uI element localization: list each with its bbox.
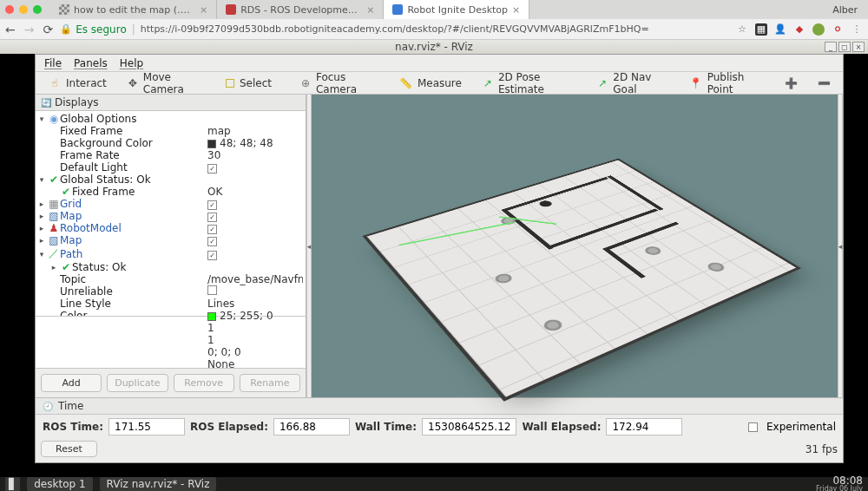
chevron-right-icon[interactable]: ▸ [48,263,60,272]
tab-close-icon[interactable]: × [512,4,520,16]
experimental-label: Experimental [766,421,836,433]
reload-icon[interactable]: ⟳ [43,23,53,36]
tree-value[interactable]: ✓ [207,248,220,260]
tree-label: Default Light [60,161,128,173]
chevron-down-icon[interactable]: ▾ [36,250,48,259]
tab-close-icon[interactable]: × [200,4,207,16]
checkbox-icon [207,285,217,295]
checkbox-icon: ✓ [207,164,217,173]
menu-icon[interactable]: ⋮ [851,23,863,36]
map-visual [312,95,838,397]
tree-value[interactable]: 25; 255; 0 [207,310,273,316]
window-titlebar[interactable]: nav.rviz* - RViz _ ▢ × [0,40,868,54]
tree-value[interactable]: ✓ [207,198,220,210]
rename-button: Rename [240,374,300,392]
plus-icon: ➕ [785,77,797,89]
reset-button[interactable]: Reset [41,441,97,457]
wall-elapsed-value: 172.94 [606,418,682,435]
menu-panels[interactable]: Panels [74,57,108,69]
add-button[interactable]: Add [41,374,102,392]
tree-value[interactable]: ✓ [207,234,220,246]
splitter-handle-right[interactable]: ◂ [838,95,843,397]
window-close-icon[interactable]: × [852,42,865,52]
tree-value[interactable]: ✓ [207,222,220,234]
displays-tree[interactable]: ▾◉Global Options Fixed Framemap Backgrou… [36,111,306,316]
tree-value[interactable]: Lines [207,298,234,310]
tree-label[interactable]: Map [60,234,82,246]
chevron-right-icon[interactable]: ▸ [36,200,48,208]
chevron-right-icon[interactable]: ▸ [36,224,48,232]
focus-icon: ⊕ [300,77,311,89]
taskbar-desktop[interactable]: desktop 1 [27,477,92,491]
maximize-icon[interactable] [33,5,42,14]
tree-value[interactable]: map [207,125,231,137]
star-icon[interactable]: ☆ [736,23,748,36]
tree-value[interactable]: /move_base/NavfnROS/pl... [207,273,303,285]
tool-remove-icon[interactable]: ➖ [808,74,839,93]
map-icon: ▧ [48,210,60,222]
tab-favicon-icon [59,4,69,15]
tree-value[interactable]: ✓ [207,210,220,222]
tree-value[interactable] [207,285,220,298]
camera-icon: ✥ [128,77,138,89]
window-min-icon[interactable]: _ [825,42,837,52]
menu-file[interactable]: File [44,57,62,69]
ext-icon[interactable]: ⭘ [832,23,844,36]
window-max-icon[interactable]: ▢ [838,42,851,52]
color-swatch [207,140,216,148]
remove-button: Remove [174,374,234,392]
tool-measure[interactable]: 📏Measure [391,74,471,93]
close-icon[interactable] [5,5,14,14]
checkbox-icon: ✓ [207,225,217,234]
time-footer: Reset 31 fps [36,439,843,462]
chevron-right-icon[interactable]: ▸ [36,212,48,220]
3d-view[interactable] [312,95,838,397]
ext-icon[interactable]: ▦ [755,23,767,36]
url-text: https://i-09b9f27099d530bdb.robotignitea… [141,23,649,35]
ext-icon[interactable]: ◆ [793,23,806,36]
time-panel-header[interactable]: Time [36,397,843,415]
toolbar: ☝Interact ✥Move Camera Select ⊕Focus Cam… [36,72,843,95]
wall-time-value: 1530864525.12 [422,418,516,435]
minus-icon: ➖ [818,77,830,89]
tree-value[interactable]: 48; 48; 48 [207,137,273,149]
chevron-down-icon[interactable]: ▾ [36,115,48,123]
tree-label[interactable]: RobotModel [60,222,122,234]
tree-value[interactable]: ✓ [207,161,220,173]
tool-label: Publish Point [707,71,762,95]
ext-icon[interactable] [812,23,825,36]
chevron-right-icon[interactable]: ▸ [36,236,48,245]
url-bar[interactable]: 🔒 Es seguro | https://i-09b9f27099d530bd… [60,23,729,36]
tab-favicon-icon [226,4,236,15]
browser-tab-2[interactable]: Robot Ignite Desktop × [384,0,529,19]
browser-tab-1[interactable]: RDS - ROS Development Studi × [217,0,384,19]
goal-icon: ↗ [597,77,608,89]
tool-interact[interactable]: ☝Interact [39,74,116,93]
tree-label[interactable]: Map [60,210,82,222]
tree-label[interactable]: Path [60,248,82,260]
chevron-down-icon[interactable]: ▾ [36,175,48,184]
extension-icons: ☆ ▦ 👤 ◆ ⭘ ⋮ [736,23,863,36]
tree-label: Fixed Frame [60,125,122,137]
tree-label: Background Color [60,137,153,149]
forward-icon[interactable]: → [24,23,35,36]
displays-panel: Displays ▾◉Global Options Fixed Framemap… [36,95,306,397]
tree-label: Global Status: Ok [60,173,151,186]
tree-label: Global Options [60,113,136,125]
map-floor [362,159,801,402]
taskbar-app[interactable]: RViz nav.rviz* - RViz [100,477,217,491]
tree-label[interactable]: Grid [60,198,82,210]
tool-add-icon[interactable]: ➕ [775,74,806,93]
tool-select[interactable]: Select [216,74,281,93]
tree-value[interactable]: 30 [207,149,220,161]
back-icon[interactable]: ← [5,23,16,36]
browser-tab-0[interactable]: how to edit the map (.pbm) bu × [50,0,217,19]
displays-header[interactable]: Displays [36,95,306,111]
minimize-icon[interactable] [19,5,28,14]
taskbar-menu-icon[interactable]: ▋ [5,477,20,491]
experimental-checkbox[interactable]: Experimental [748,421,836,433]
ros-elapsed-value: 166.88 [273,418,350,435]
tab-close-icon[interactable]: × [366,4,374,16]
window-controls[interactable] [5,5,42,14]
ext-icon[interactable]: 👤 [774,23,786,36]
